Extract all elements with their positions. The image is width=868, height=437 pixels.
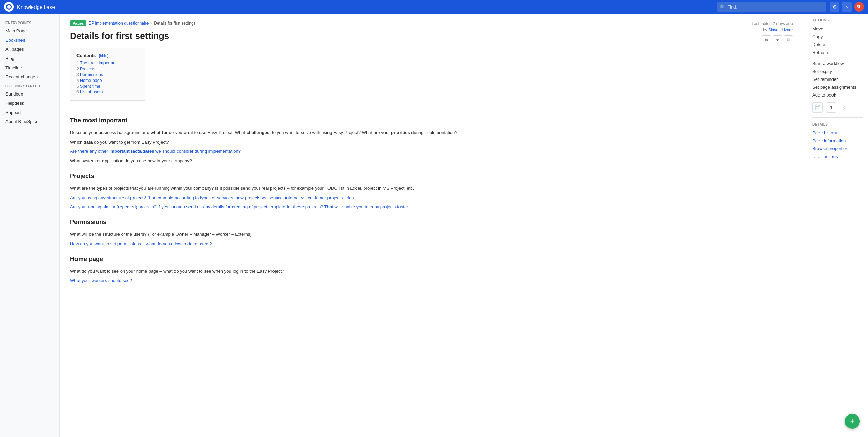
nav-icon-group: ⚙ › SL bbox=[830, 2, 864, 12]
action-refresh[interactable]: Refresh bbox=[812, 48, 863, 56]
app-title: Knowledge base bbox=[17, 4, 714, 10]
list-item: 6List of users bbox=[76, 90, 139, 94]
section-heading-projects: Projects bbox=[70, 173, 793, 181]
breadcrumb-and-title: Pages EP implementation questionnaire › … bbox=[70, 20, 196, 41]
entrypoints-label: ENTRYPOINTS bbox=[0, 18, 59, 26]
section-heading-most-important: The most important bbox=[70, 117, 793, 126]
share-icon[interactable]: ⬆ bbox=[826, 102, 836, 113]
search-icon: 🔍 bbox=[720, 4, 725, 10]
action-set-page-assignments[interactable]: Set page assignments bbox=[812, 83, 863, 91]
fab-add-button[interactable]: + bbox=[845, 414, 860, 429]
section-text: Describe your business background and wh… bbox=[70, 129, 793, 136]
star-icon[interactable]: ☆ bbox=[840, 102, 850, 113]
copy-page-icon[interactable]: ⧉ bbox=[784, 35, 793, 44]
page-title: Details for first settings bbox=[70, 31, 196, 41]
right-sidebar: ACTIONS Move Copy Delete Refresh Start a… bbox=[807, 14, 868, 437]
detail-page-history[interactable]: Page history bbox=[812, 129, 863, 137]
main-layout: ENTRYPOINTS Main Page Bookshelf All page… bbox=[0, 14, 868, 437]
section-text: What your workers should see? bbox=[70, 277, 793, 284]
action-set-expiry[interactable]: Set expiry bbox=[812, 68, 863, 75]
list-item: 1The most important bbox=[76, 61, 139, 65]
contents-box: Contents [hide] 1The most important 2Pro… bbox=[70, 48, 145, 101]
page-meta-block: Last edited 2 days ago by Slavek Lizner … bbox=[752, 20, 793, 44]
breadcrumb: Pages EP implementation questionnaire › … bbox=[70, 20, 196, 26]
section-text: Are you running similar (repeated) proje… bbox=[70, 203, 793, 210]
detail-browse-properties[interactable]: Browse properties bbox=[812, 145, 863, 152]
action-start-workflow[interactable]: Start a workflow bbox=[812, 60, 863, 68]
action-add-to-book[interactable]: Add to book bbox=[812, 91, 863, 99]
action-set-reminder[interactable]: Set reminder bbox=[812, 75, 863, 83]
editor-link[interactable]: Slavek Lizner bbox=[768, 28, 793, 32]
detail-all-actions[interactable]: … all actions bbox=[812, 152, 863, 160]
actions-label: ACTIONS bbox=[812, 18, 863, 22]
document-icon[interactable]: 📄 bbox=[812, 102, 823, 113]
section-text: Which data do you want to get from Easy … bbox=[70, 139, 793, 146]
breadcrumb-separator: › bbox=[151, 21, 152, 26]
sidebar-item-all-pages[interactable]: All pages bbox=[0, 45, 59, 54]
list-item: 5Spent time bbox=[76, 84, 139, 89]
action-move[interactable]: Move bbox=[812, 25, 863, 33]
getting-started-label: GETTING STARTED bbox=[0, 82, 59, 89]
list-item: 3Permissions bbox=[76, 72, 139, 77]
action-copy[interactable]: Copy bbox=[812, 33, 863, 41]
edit-pencil-icon[interactable]: ✏ bbox=[762, 35, 771, 44]
sidebar-item-helpdesk[interactable]: Helpdesk bbox=[0, 99, 59, 108]
pages-badge[interactable]: Pages bbox=[70, 20, 86, 26]
by-label: by bbox=[763, 28, 767, 32]
page-meta: Last edited 2 days ago by Slavek Lizner bbox=[752, 20, 793, 33]
section-text: Are there any other important facts/date… bbox=[70, 148, 793, 155]
settings-icon[interactable]: ⚙ bbox=[830, 2, 839, 12]
contents-title: Contents [hide] bbox=[76, 53, 139, 58]
sidebar-item-main-page[interactable]: Main Page bbox=[0, 26, 59, 35]
action-delete[interactable]: Delete bbox=[812, 41, 863, 48]
left-sidebar: ENTRYPOINTS Main Page Bookshelf All page… bbox=[0, 14, 60, 437]
search-input[interactable] bbox=[717, 2, 826, 12]
details-label: DETAILS bbox=[812, 122, 863, 126]
sidebar-item-blog[interactable]: Blog bbox=[0, 54, 59, 63]
search-wrapper: 🔍 bbox=[717, 2, 826, 12]
content-area: Pages EP implementation questionnaire › … bbox=[60, 14, 807, 437]
icon-row: 📄 ⬆ ☆ bbox=[812, 102, 863, 113]
section-text: What are the types of projects that you … bbox=[70, 185, 793, 192]
section-text: What do you want to see on your home pag… bbox=[70, 267, 793, 275]
list-item: 4Home page bbox=[76, 78, 139, 83]
section-text: Are you using any structure of project? … bbox=[70, 194, 793, 201]
contents-list: 1The most important 2Projects 3Permissio… bbox=[76, 61, 139, 94]
app-logo[interactable] bbox=[4, 2, 14, 12]
sidebar-item-support[interactable]: Support bbox=[0, 108, 59, 117]
section-text: What will be the structure of the users?… bbox=[70, 231, 793, 238]
breadcrumb-parent[interactable]: EP implementation questionnaire bbox=[88, 21, 149, 26]
last-edited-label: Last edited 2 days ago bbox=[752, 21, 793, 26]
top-navigation: Knowledge base 🔍 ⚙ › SL bbox=[0, 0, 868, 14]
sidebar-item-recent-changes[interactable]: Recent changes bbox=[0, 72, 59, 82]
section-text: What system or application do you use no… bbox=[70, 157, 793, 164]
sidebar-item-timeline[interactable]: Timeline bbox=[0, 63, 59, 72]
sidebar-item-sandbox[interactable]: Sandbox bbox=[0, 89, 59, 99]
divider bbox=[812, 117, 863, 118]
section-heading-permissions: Permissions bbox=[70, 219, 793, 227]
sidebar-item-bookshelf[interactable]: Bookshelf bbox=[0, 35, 59, 45]
page-edit-icons: ✏ ▾ ⧉ bbox=[752, 35, 793, 44]
edit-dropdown-icon[interactable]: ▾ bbox=[773, 35, 782, 44]
chevron-right-icon[interactable]: › bbox=[842, 2, 852, 12]
page-header-row: Pages EP implementation questionnaire › … bbox=[70, 20, 793, 44]
section-heading-home-page: Home page bbox=[70, 256, 793, 264]
section-text: How do you want to set permissions – wha… bbox=[70, 240, 793, 247]
breadcrumb-current: Details for first settings bbox=[154, 21, 195, 26]
avatar[interactable]: SL bbox=[854, 2, 864, 12]
detail-page-information[interactable]: Page information bbox=[812, 137, 863, 145]
contents-hide-link[interactable]: [hide] bbox=[99, 54, 108, 58]
list-item: 2Projects bbox=[76, 67, 139, 71]
sidebar-item-about[interactable]: About BlueSpice bbox=[0, 117, 59, 126]
